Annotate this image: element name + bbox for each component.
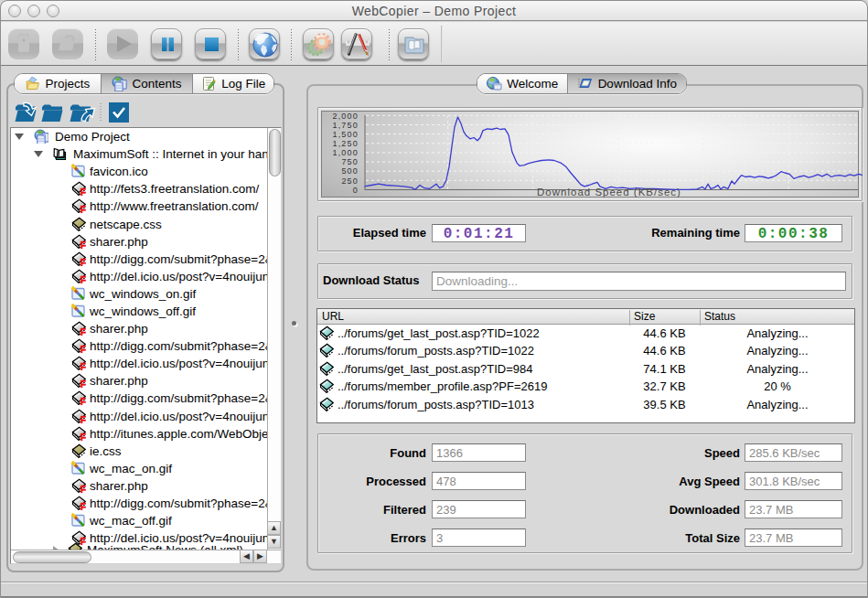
svg-text:1,500: 1,500: [332, 130, 359, 139]
svg-text:0: 0: [353, 186, 359, 195]
svg-text:1,250: 1,250: [332, 139, 359, 148]
svg-text:Download Speed (KB/sec): Download Speed (KB/sec): [537, 187, 681, 198]
svg-text:500: 500: [341, 166, 359, 176]
svg-text:2,000: 2,000: [332, 112, 359, 121]
svg-text:250: 250: [341, 176, 359, 186]
svg-text:1,750: 1,750: [332, 121, 359, 130]
svg-text:750: 750: [341, 157, 359, 166]
svg-text:1,000: 1,000: [332, 148, 359, 157]
